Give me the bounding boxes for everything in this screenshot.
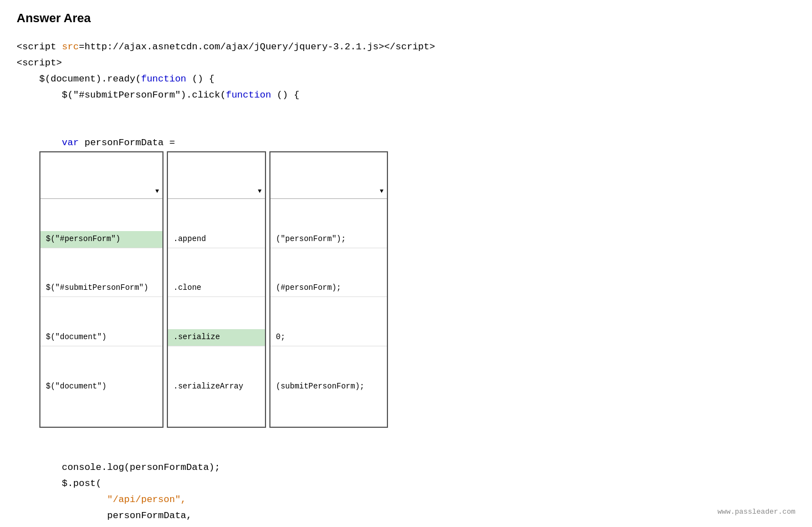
dropdown-3-header[interactable]: ▼ [270, 185, 387, 199]
dropdown-1-option-1[interactable]: $("#personForm") [40, 231, 162, 248]
dropdown-1-option-2[interactable]: $("#submitPersonForm") [40, 280, 162, 297]
dropdown-3[interactable]: ▼ ("personForm"); (#personForm); 0; (sub… [269, 151, 388, 428]
dropdown-2[interactable]: ▼ .append .clone .serialize .serializeAr… [167, 151, 266, 428]
dropdown-2-arrow: ▼ [258, 186, 262, 197]
code-line-blank1 [17, 104, 795, 120]
code-block: <script src=http://ajax.asnetcdn.com/aja… [17, 39, 795, 527]
code-line-3: $(document).ready(function () { [17, 71, 795, 88]
dropdown-3-arrow: ▼ [380, 186, 384, 197]
tag-open: <script [17, 42, 62, 52]
code-line-url: "/api/person", [17, 492, 795, 508]
code-line-fn: function (responseData){ [17, 524, 795, 527]
code-line-4: $("#submitPersonForm").click(function ()… [17, 88, 795, 104]
dropdown-1-arrow: ▼ [155, 186, 159, 197]
dropdown-1-option-4[interactable]: $("document") [40, 378, 162, 395]
code-line-post: $.post( [17, 476, 795, 492]
dropdown-3-option-4[interactable]: (submitPersonForm); [270, 378, 387, 395]
attr-name: src [62, 42, 79, 52]
dropdown-2-option-4[interactable]: .serializeArray [168, 378, 265, 395]
dropdown-2-header[interactable]: ▼ [168, 185, 265, 199]
dropdown-1[interactable]: ▼ $("#personForm") $("#submitPersonForm"… [39, 151, 164, 428]
dropdown-3-option-1[interactable]: ("personForm"); [270, 231, 387, 248]
dropdown-1-option-3[interactable]: $("document") [40, 329, 162, 346]
code-line-var: var personFormData = ▼ $("#personForm") … [17, 119, 795, 444]
dropdown-3-option-3[interactable]: 0; [270, 329, 387, 346]
code-line-1: <script src=http://ajax.asnetcdn.com/aja… [17, 39, 795, 55]
code-line-2: <script> [17, 55, 795, 71]
code-line-console1: console.log(personFormData); [17, 460, 795, 476]
dropdown-3-option-2[interactable]: (#personForm); [270, 280, 387, 297]
dropdown-2-option-3[interactable]: .serialize [168, 329, 265, 346]
watermark: www.passleader.com [718, 508, 795, 516]
page-title: Answer Area [17, 11, 795, 25]
attr-val: =http://ajax.asnetcdn.com/ajax/jQuery/jq… [79, 42, 435, 52]
code-line-formdata: personFormData, [17, 508, 795, 524]
code-line-blank2 [17, 444, 795, 460]
dropdown-2-option-1[interactable]: .append [168, 231, 265, 248]
dropdown-1-header[interactable]: ▼ [40, 185, 162, 199]
dropdown-2-option-2[interactable]: .clone [168, 280, 265, 297]
